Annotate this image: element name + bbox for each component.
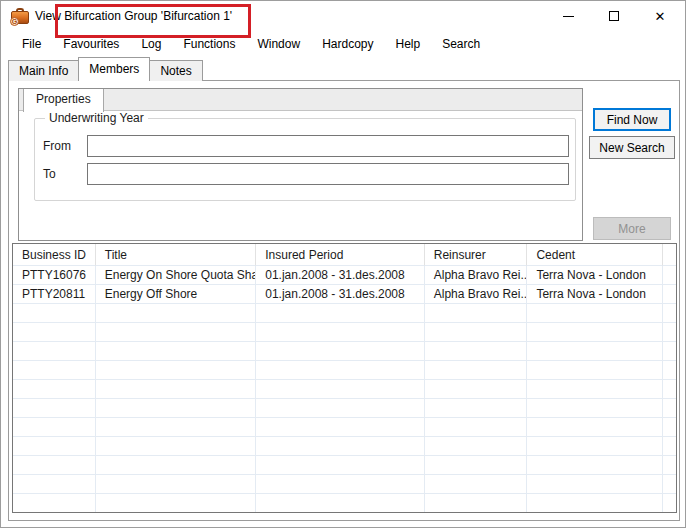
to-label: To [43, 167, 87, 181]
cell-insured-period: 01.jan.2008 - 31.des.2008 [256, 266, 424, 285]
cell-empty [527, 475, 663, 494]
cell-empty [425, 304, 528, 323]
tab-notes[interactable]: Notes [149, 60, 202, 81]
minimize-button[interactable] [545, 1, 591, 31]
cell-empty [256, 304, 424, 323]
cell-empty [13, 380, 96, 399]
cell-cedent: Terra Nova - London [527, 285, 663, 304]
underwriting-year-label: Underwriting Year [45, 111, 148, 125]
menu-window[interactable]: Window [246, 33, 311, 55]
cell-empty [425, 475, 528, 494]
cell-empty [13, 342, 96, 361]
tab-main-info[interactable]: Main Info [8, 60, 79, 81]
members-table: Business ID Title Insured Period Reinsur… [12, 243, 677, 513]
cell-empty [96, 304, 257, 323]
menu-bar: File Favourites Log Functions Window Har… [1, 31, 685, 57]
underwriting-year-groupbox: Underwriting Year From To [34, 118, 576, 201]
from-input[interactable] [87, 135, 569, 157]
menu-help[interactable]: Help [384, 33, 431, 55]
table-header-row: Business ID Title Insured Period Reinsur… [13, 244, 676, 266]
cell-empty [663, 494, 676, 513]
cell-empty [96, 456, 257, 475]
window-title: View Bifurcation Group 'Bifurcation 1' [35, 9, 232, 23]
cell-empty [527, 323, 663, 342]
table-row-empty [13, 456, 676, 475]
cell-reinsurer: Alpha Bravo Rei... [425, 266, 528, 285]
table-row-empty [13, 361, 676, 380]
cell-empty [13, 456, 96, 475]
cell-filler [663, 266, 676, 285]
menu-file[interactable]: File [11, 33, 52, 55]
table-row-empty [13, 304, 676, 323]
more-button[interactable]: More [593, 217, 671, 240]
cell-empty [425, 418, 528, 437]
find-now-button[interactable]: Find Now [593, 108, 671, 131]
menu-favourites[interactable]: Favourites [52, 33, 130, 55]
cell-empty [663, 304, 676, 323]
table-row-empty [13, 418, 676, 437]
from-label: From [43, 139, 87, 153]
cell-empty [256, 437, 424, 456]
cell-empty [425, 342, 528, 361]
cell-empty [13, 399, 96, 418]
main-tab-strip: Main Info Members Notes [8, 57, 202, 81]
table-row[interactable]: PTTY20811 Energy Off Shore 01.jan.2008 -… [13, 285, 676, 304]
cell-empty [96, 475, 257, 494]
cell-empty [425, 437, 528, 456]
cell-empty [256, 494, 424, 513]
cell-empty [527, 399, 663, 418]
cell-empty [96, 437, 257, 456]
cell-empty [96, 380, 257, 399]
to-field-row: To [43, 163, 569, 185]
maximize-button[interactable] [591, 1, 637, 31]
cell-empty [527, 494, 663, 513]
cell-empty [663, 456, 676, 475]
cell-empty [663, 380, 676, 399]
cell-empty [527, 342, 663, 361]
cell-title: Energy On Shore Quota Share [96, 266, 257, 285]
cell-empty [13, 323, 96, 342]
cell-empty [425, 380, 528, 399]
column-header-cedent[interactable]: Cedent [527, 244, 663, 266]
app-window: G View Bifurcation Group 'Bifurcation 1'… [0, 0, 686, 528]
cell-empty [527, 437, 663, 456]
menu-functions[interactable]: Functions [172, 33, 246, 55]
cell-empty [256, 342, 424, 361]
table-empty-rows [13, 304, 676, 513]
cell-empty [527, 380, 663, 399]
cell-title: Energy Off Shore [96, 285, 257, 304]
column-header-reinsurer[interactable]: Reinsurer [425, 244, 528, 266]
cell-empty [425, 494, 528, 513]
tab-properties[interactable]: Properties [23, 89, 104, 112]
cell-empty [96, 418, 257, 437]
cell-empty [13, 361, 96, 380]
cell-empty [256, 323, 424, 342]
close-button[interactable]: ✕ [637, 1, 683, 31]
tab-members[interactable]: Members [78, 57, 150, 81]
cell-empty [256, 380, 424, 399]
cell-empty [527, 418, 663, 437]
cell-empty [663, 323, 676, 342]
column-header-insured-period[interactable]: Insured Period [256, 244, 424, 266]
menu-hardcopy[interactable]: Hardcopy [311, 33, 384, 55]
properties-panel: Properties Underwriting Year From To [18, 88, 583, 241]
column-header-title[interactable]: Title [96, 244, 257, 266]
cell-empty [527, 361, 663, 380]
new-search-button[interactable]: New Search [589, 136, 675, 159]
cell-empty [663, 437, 676, 456]
to-input[interactable] [87, 163, 569, 185]
cell-filler [663, 285, 676, 304]
from-field-row: From [43, 135, 569, 157]
menu-search[interactable]: Search [431, 33, 491, 55]
cell-empty [663, 418, 676, 437]
cell-empty [527, 304, 663, 323]
cell-insured-period: 01.jan.2008 - 31.des.2008 [256, 285, 424, 304]
caption-buttons: ✕ [545, 1, 683, 31]
cell-empty [256, 475, 424, 494]
column-header-business-id[interactable]: Business ID [13, 244, 96, 266]
cell-empty [13, 418, 96, 437]
menu-log[interactable]: Log [130, 33, 172, 55]
cell-empty [256, 399, 424, 418]
table-row[interactable]: PTTY16076 Energy On Shore Quota Share 01… [13, 266, 676, 285]
cell-empty [96, 399, 257, 418]
